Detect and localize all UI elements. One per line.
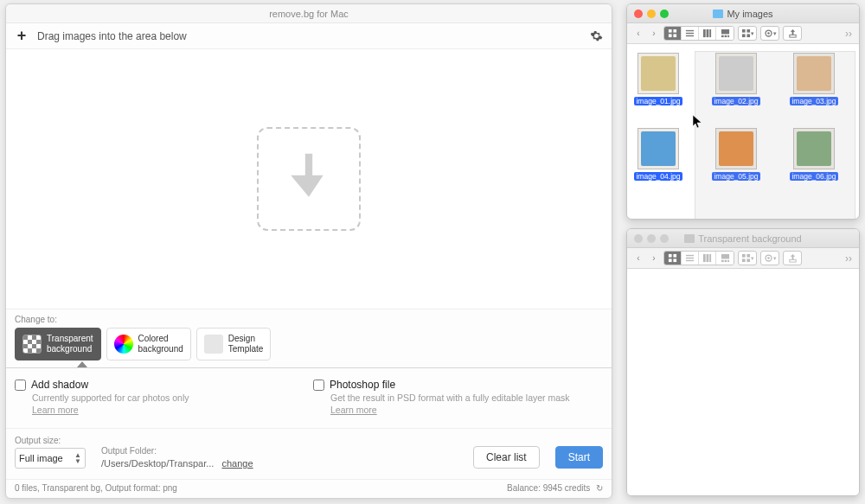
finder-content[interactable]: image_01.jpgimage_02.jpgimage_03.jpgimag…: [627, 44, 859, 219]
file-item[interactable]: image_01.jpg: [634, 53, 682, 105]
file-label: image_03.jpg: [790, 97, 837, 105]
finder-title: Transparent background: [673, 233, 813, 244]
bg-option-transparent[interactable]: Transparent background: [15, 328, 101, 360]
share-button[interactable]: [783, 26, 802, 41]
psd-checkbox[interactable]: [313, 380, 324, 391]
output-size-select[interactable]: Full image ▲▼: [15, 448, 86, 469]
file-label: image_04.jpg: [634, 172, 682, 181]
folder-icon: [684, 234, 695, 243]
view-icons-button[interactable]: [664, 27, 682, 40]
view-gallery-button[interactable]: [716, 252, 734, 265]
nav-forward-button[interactable]: ›: [648, 27, 660, 41]
svg-rect-24: [673, 258, 676, 262]
checker-swatch-icon: [22, 335, 42, 354]
svg-rect-23: [669, 258, 672, 262]
minimize-icon[interactable]: [647, 234, 656, 243]
file-item[interactable]: image_05.jpg: [712, 128, 760, 181]
bg-option-design[interactable]: Design Template: [196, 328, 272, 360]
nav-back-button[interactable]: ‹: [632, 27, 644, 41]
arrange-button[interactable]: ▾: [738, 251, 757, 265]
arrange-button[interactable]: ▾: [738, 26, 757, 41]
view-columns-button[interactable]: [699, 252, 716, 265]
app-title: remove.bg for Mac: [269, 9, 349, 19]
file-label: image_06.jpg: [790, 172, 837, 181]
nav-forward-button[interactable]: ›: [648, 252, 660, 265]
svg-rect-10: [721, 29, 728, 35]
svg-rect-31: [721, 254, 728, 259]
file-item[interactable]: image_03.jpg: [790, 53, 838, 105]
columns-icon: [702, 29, 712, 38]
finder-titlebar[interactable]: Transparent background: [627, 229, 859, 248]
svg-rect-8: [707, 29, 709, 37]
toolbar-hint: Drag images into the area below: [37, 30, 587, 42]
file-item[interactable]: image_02.jpg: [712, 53, 760, 105]
output-row: Output size: Full image ▲▼ Output Folder…: [6, 429, 612, 480]
file-item[interactable]: image_06.jpg: [790, 128, 838, 181]
close-icon[interactable]: [634, 234, 643, 243]
svg-rect-13: [727, 35, 729, 37]
toolbar-overflow[interactable]: ››: [843, 252, 854, 265]
option-add-shadow: Add shadow Currently supported for car p…: [15, 379, 304, 416]
finder-window-output: Transparent background ‹ › ▾ ▾ ››: [626, 228, 860, 496]
view-mode-group: [663, 26, 734, 41]
settings-button[interactable]: [587, 28, 605, 45]
add-shadow-desc: Currently supported for car photos only: [32, 392, 304, 403]
app-toolbar: + Drag images into the area below: [6, 23, 612, 49]
finder-titlebar[interactable]: My images: [627, 4, 859, 23]
selection-pointer-icon: [77, 361, 87, 367]
action-button[interactable]: ▾: [760, 251, 779, 265]
file-label: image_02.jpg: [712, 97, 759, 105]
file-item[interactable]: image_04.jpg: [634, 128, 682, 181]
share-button[interactable]: [783, 251, 802, 265]
gear-icon: [764, 253, 773, 263]
view-gallery-button[interactable]: [716, 27, 734, 40]
svg-rect-33: [724, 260, 727, 262]
arrange-icon: [741, 29, 751, 38]
action-button[interactable]: ▾: [760, 26, 779, 41]
drop-area[interactable]: [6, 49, 612, 309]
share-icon: [788, 253, 798, 263]
svg-rect-9: [709, 29, 711, 37]
file-thumbnail: [638, 128, 679, 169]
add-shadow-learn-more[interactable]: Learn more: [32, 405, 79, 415]
psd-checkbox-label[interactable]: Photoshop file: [313, 379, 603, 391]
refresh-icon[interactable]: ↻: [596, 483, 603, 493]
list-icon: [685, 29, 695, 38]
zoom-icon[interactable]: [660, 234, 669, 243]
add-shadow-checkbox-label[interactable]: Add shadow: [15, 379, 304, 391]
add-shadow-checkbox[interactable]: [15, 380, 26, 391]
file-thumbnail: [715, 128, 757, 169]
svg-rect-3: [673, 34, 676, 37]
finder-content[interactable]: [627, 269, 859, 495]
traffic-lights[interactable]: [634, 234, 669, 243]
psd-learn-more[interactable]: Learn more: [330, 405, 377, 415]
toolbar-overflow[interactable]: ››: [843, 28, 854, 40]
svg-rect-7: [703, 29, 706, 37]
gallery-icon: [721, 253, 730, 263]
change-folder-link[interactable]: change: [221, 458, 253, 469]
zoom-icon[interactable]: [660, 10, 669, 18]
svg-rect-35: [741, 254, 745, 258]
view-icons-button[interactable]: [664, 252, 682, 265]
close-icon[interactable]: [634, 10, 643, 18]
start-button[interactable]: Start: [555, 446, 603, 469]
select-stepper-icon: ▲▼: [74, 452, 81, 464]
svg-rect-15: [746, 29, 750, 33]
minimize-icon[interactable]: [647, 10, 656, 18]
arrange-icon: [741, 253, 751, 263]
bg-option-colored[interactable]: Colored background: [106, 328, 191, 360]
clear-list-button[interactable]: Clear list: [473, 446, 540, 469]
traffic-lights[interactable]: [634, 10, 669, 18]
file-thumbnail: [793, 53, 835, 94]
template-swatch-icon: [204, 335, 223, 354]
view-list-button[interactable]: [682, 252, 699, 265]
view-list-button[interactable]: [682, 27, 699, 40]
svg-rect-22: [673, 254, 676, 258]
svg-rect-25: [686, 255, 694, 256]
finder-window-my-images: My images ‹ › ▾ ▾ ›› image_01.jpgimage_0…: [626, 3, 860, 220]
nav-back-button[interactable]: ‹: [632, 252, 644, 265]
output-size-label: Output size:: [15, 436, 86, 445]
view-columns-button[interactable]: [699, 27, 716, 40]
svg-point-19: [767, 32, 770, 35]
add-images-button[interactable]: +: [13, 28, 30, 45]
